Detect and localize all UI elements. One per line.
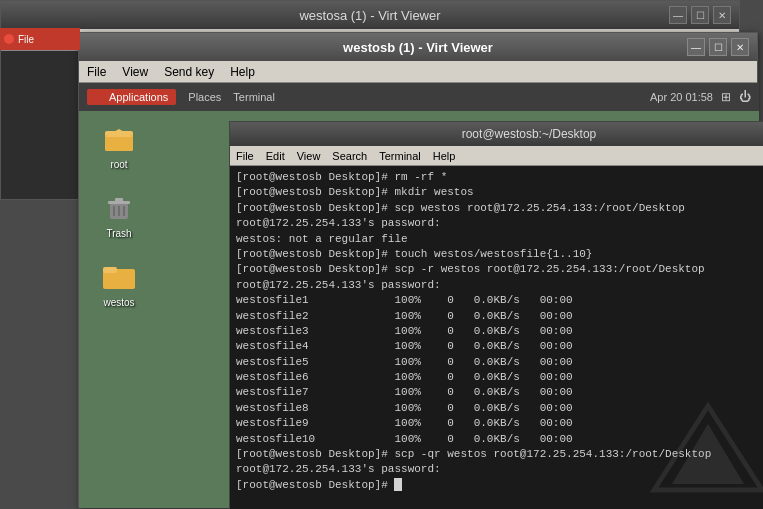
panel-network-icon: ⊞ [721,90,731,104]
westos-icon-label: westos [103,297,134,308]
desktop-icon-westos[interactable]: westos [89,259,149,308]
terminal-menu-btn[interactable]: Terminal [233,91,275,103]
main-window-title: westosb (1) - Virt Viewer [343,40,493,55]
main-minimize-btn[interactable]: — [687,38,705,56]
terminal-body[interactable]: [root@westosb Desktop]# rm -rf * [root@w… [230,166,763,509]
red-dot-icon [95,92,105,102]
main-maximize-btn[interactable]: ☐ [709,38,727,56]
svg-point-14 [4,34,14,44]
terminal-menubar: File Edit View Search Terminal Help [230,146,763,166]
trash-icon-label: Trash [106,228,131,239]
places-menu-btn[interactable]: Places [188,91,221,103]
desktop-icon-root[interactable]: root [89,121,149,170]
terminal-window: root@westosb:~/Desktop — ☐ ✕ File Edit V… [229,121,763,509]
main-menu-help[interactable]: Help [230,65,255,79]
bg-application-label: File [18,34,34,45]
main-titlebar: westosb (1) - Virt Viewer — ☐ ✕ [79,33,757,61]
westos-folder-icon [101,259,137,295]
main-menu-file[interactable]: File [87,65,106,79]
bg-close-btn[interactable]: ✕ [713,6,731,24]
applications-menu-btn[interactable]: Applications [87,89,176,105]
panel-time: Apr 20 01:58 [650,91,713,103]
bg-titlebar: westosa (1) - Virt Viewer — ☐ ✕ [1,1,739,29]
inner-desktop: Applications Places Terminal Apr 20 01:5… [79,83,759,508]
svg-rect-6 [115,198,123,202]
terminal-menu-edit[interactable]: Edit [266,150,285,162]
terminal-menu-view[interactable]: View [297,150,321,162]
main-virt-viewer-window: westosb (1) - Virt Viewer — ☐ ✕ File Vie… [78,32,758,507]
terminal-output: [root@westosb Desktop]# rm -rf * [root@w… [236,170,763,493]
applications-label: Applications [109,91,168,103]
terminal-titlebar: root@westosb:~/Desktop — ☐ ✕ [230,122,763,146]
folder-icon [103,263,135,291]
bg-maximize-btn[interactable]: ☐ [691,6,709,24]
bg-window-title: westosa (1) - Virt Viewer [299,8,440,23]
terminal-menu-help[interactable]: Help [433,150,456,162]
main-menu-sendkey[interactable]: Send key [164,65,214,79]
terminal-title: root@westosb:~/Desktop [462,127,597,141]
inner-panel-left: Applications Places Terminal [87,89,275,105]
trash-icon [101,190,137,226]
inner-gnome-panel: Applications Places Terminal Apr 20 01:5… [79,83,759,111]
home-folder-icon [103,123,135,155]
inner-panel-right: Apr 20 01:58 ⊞ ⏻ [650,90,751,104]
bg-gnome-panel: File [0,28,80,50]
bg-red-dot-icon [4,34,14,44]
root-icon-label: root [110,159,127,170]
svg-rect-11 [103,267,117,273]
trash-bin-icon [104,193,134,223]
desktop-icon-trash[interactable]: Trash [89,190,149,239]
main-close-btn[interactable]: ✕ [731,38,749,56]
bg-titlebar-buttons: — ☐ ✕ [669,6,731,24]
home-icon [101,121,137,157]
svg-point-0 [95,92,105,102]
svg-rect-2 [105,135,133,151]
inner-desktop-icons: root Trash [79,111,159,508]
bg-minimize-btn[interactable]: — [669,6,687,24]
main-menubar: File View Send key Help [79,61,757,83]
main-titlebar-buttons: — ☐ ✕ [687,38,749,56]
main-menu-view[interactable]: View [122,65,148,79]
terminal-menu-file[interactable]: File [236,150,254,162]
terminal-menu-terminal[interactable]: Terminal [379,150,421,162]
panel-power-icon: ⏻ [739,90,751,104]
terminal-menu-search[interactable]: Search [332,150,367,162]
